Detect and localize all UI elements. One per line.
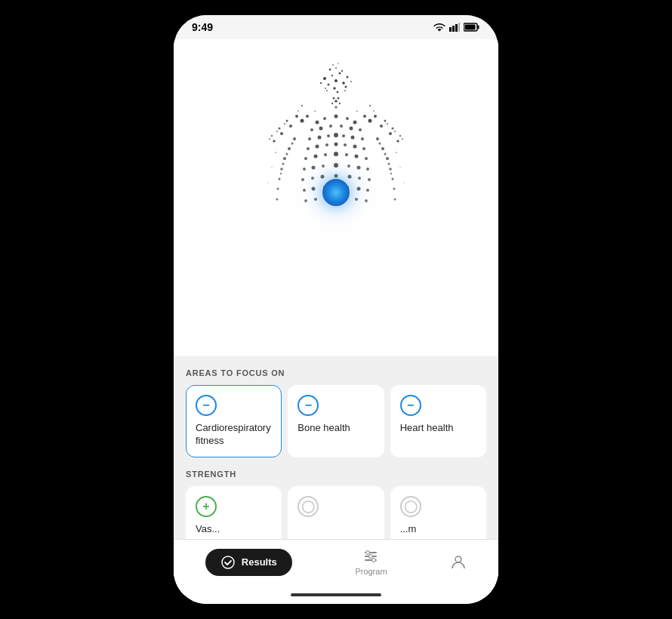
svg-point-83 (314, 155, 318, 159)
svg-point-15 (329, 69, 331, 71)
svg-point-122 (277, 188, 279, 190)
svg-point-120 (280, 168, 283, 171)
svg-point-93 (347, 165, 350, 168)
svg-point-48 (396, 140, 399, 143)
svg-point-72 (342, 134, 345, 137)
svg-point-142 (396, 152, 397, 153)
nav-program[interactable]: Program (355, 548, 387, 576)
svg-point-80 (353, 145, 357, 149)
svg-point-26 (344, 90, 346, 91)
svg-point-45 (368, 119, 372, 123)
status-bar: 9:49 (174, 15, 498, 39)
card-label-bone: Bone health (297, 422, 374, 435)
svg-point-110 (304, 199, 307, 202)
results-icon (220, 555, 236, 570)
scroll-area[interactable]: AREAS TO FOCUS ON − Cardiorespiratory fi… (174, 356, 498, 539)
card-icon-vas: + (196, 496, 217, 517)
svg-point-12 (323, 77, 326, 80)
svg-point-51 (392, 128, 394, 130)
svg-point-30 (331, 103, 333, 104)
card-cardio[interactable]: − Cardiorespiratory fitness (186, 385, 282, 457)
svg-point-34 (289, 125, 292, 128)
svg-point-11 (339, 72, 341, 75)
svg-point-77 (325, 143, 328, 146)
svg-point-17 (333, 87, 336, 90)
svg-point-147 (314, 110, 316, 112)
card-s3[interactable]: ◯ ...m (390, 486, 486, 539)
svg-point-94 (357, 166, 361, 170)
program-icon (362, 548, 379, 565)
svg-rect-1 (452, 26, 455, 32)
svg-point-36 (273, 140, 276, 143)
chest-highlight-dot (322, 179, 350, 206)
svg-point-102 (368, 178, 371, 181)
svg-point-7 (334, 79, 338, 82)
svg-point-90 (312, 166, 316, 170)
svg-point-32 (335, 106, 338, 109)
svg-rect-0 (449, 27, 452, 32)
svg-point-9 (342, 82, 345, 85)
svg-point-61 (353, 121, 357, 125)
svg-point-25 (326, 90, 328, 91)
svg-point-65 (340, 125, 343, 128)
svg-point-132 (392, 178, 394, 180)
svg-point-136 (384, 153, 387, 156)
svg-point-76 (316, 145, 319, 149)
svg-point-86 (345, 153, 348, 156)
svg-point-85 (334, 152, 338, 156)
svg-point-75 (307, 147, 310, 150)
svg-point-58 (323, 117, 326, 120)
svg-point-74 (361, 137, 364, 140)
svg-point-118 (288, 147, 291, 150)
svg-point-108 (357, 187, 361, 191)
nav-program-label: Program (355, 567, 387, 576)
card-s2[interactable]: ◯ (288, 486, 384, 539)
status-icons (433, 23, 480, 32)
svg-point-52 (399, 135, 401, 137)
svg-point-43 (276, 131, 278, 132)
svg-point-138 (390, 173, 392, 174)
nav-results[interactable]: Results (205, 549, 292, 576)
svg-point-95 (366, 168, 369, 171)
svg-point-33 (301, 119, 304, 123)
card-icon-heart: − (400, 395, 421, 416)
svg-point-135 (379, 143, 381, 145)
svg-point-60 (346, 117, 349, 120)
svg-point-62 (310, 128, 313, 131)
svg-rect-3 (458, 23, 460, 32)
svg-point-158 (455, 556, 461, 562)
home-indicator-area (174, 590, 498, 604)
phone-frame: 9:49 (174, 15, 498, 604)
svg-point-123 (276, 199, 279, 201)
svg-point-63 (319, 127, 323, 131)
signal-icon (449, 23, 460, 32)
areas-cards-row: − Cardiorespiratory fitness − Bone healt… (186, 385, 486, 457)
svg-point-100 (348, 175, 352, 179)
svg-point-140 (373, 110, 375, 112)
svg-point-79 (344, 143, 347, 146)
svg-point-84 (324, 153, 327, 156)
svg-point-39 (279, 128, 281, 130)
svg-point-133 (393, 188, 396, 190)
wifi-icon (433, 23, 445, 32)
phone-content: AREAS TO FOCUS ON − Cardiorespiratory fi… (174, 39, 498, 604)
svg-point-22 (350, 81, 352, 82)
svg-point-13 (347, 76, 349, 79)
svg-point-38 (286, 120, 288, 122)
svg-point-121 (279, 178, 281, 180)
svg-point-49 (374, 115, 377, 118)
svg-point-18 (337, 91, 339, 94)
svg-point-125 (286, 153, 288, 156)
svg-point-69 (318, 136, 322, 140)
nav-results-label: Results (242, 556, 277, 568)
nav-profile[interactable] (450, 554, 467, 571)
svg-point-47 (389, 132, 392, 135)
svg-point-150 (369, 105, 371, 106)
svg-point-144 (399, 167, 401, 168)
svg-point-8 (328, 84, 330, 86)
svg-point-71 (334, 133, 338, 137)
areas-section-title: AREAS TO FOCUS ON (186, 368, 486, 377)
card-heart[interactable]: − Heart health (390, 385, 486, 457)
card-bone[interactable]: − Bone health (288, 385, 384, 457)
card-vas[interactable]: + Vas... (186, 486, 282, 539)
